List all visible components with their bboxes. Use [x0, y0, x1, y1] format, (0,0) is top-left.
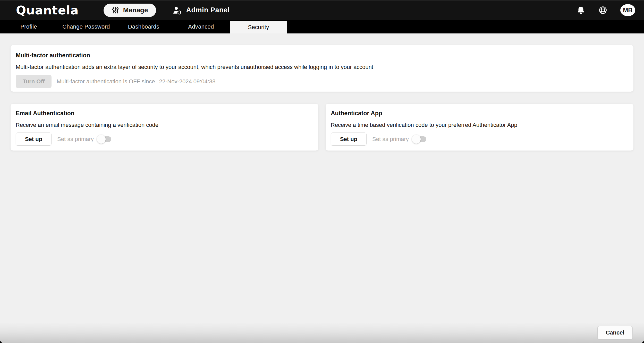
bell-icon: [576, 6, 586, 15]
email-auth-title: Email Authentication: [16, 110, 313, 117]
tab-security-label: Security: [248, 24, 269, 31]
tab-advanced-label: Advanced: [188, 23, 214, 30]
email-auth-description: Receive an email message containing a ve…: [16, 122, 313, 128]
avatar-initials: MB: [623, 7, 632, 14]
tab-change-password[interactable]: Change Password: [57, 20, 115, 33]
email-primary-toggle[interactable]: [97, 136, 111, 142]
authenticator-app-description: Receive a time based verification code t…: [331, 122, 628, 128]
security-settings-page: Multi-factor authentication Multi-factor…: [0, 33, 644, 343]
top-bar: Quantela Manage: [0, 0, 644, 20]
authenticator-app-title: Authenticator App: [331, 110, 628, 117]
tab-dashboards[interactable]: Dashboards: [115, 20, 172, 33]
tab-profile[interactable]: Profile: [0, 20, 57, 33]
email-authentication-card: Email Authentication Receive an email me…: [11, 104, 318, 151]
tab-dashboards-label: Dashboards: [128, 23, 159, 30]
authenticator-app-actions: Set up Set as primary: [331, 133, 628, 146]
auth-methods-row: Email Authentication Receive an email me…: [11, 104, 633, 151]
settings-tab-bar: Profile Change Password Dashboards Advan…: [0, 20, 644, 33]
toggle-knob: [97, 135, 106, 144]
tab-security[interactable]: Security: [230, 21, 287, 33]
globe-icon: [598, 6, 607, 15]
mfa-action-row: Turn Off Multi-factor authentication is …: [16, 75, 628, 88]
cancel-button[interactable]: Cancel: [597, 326, 633, 339]
user-shield-icon: [173, 6, 181, 15]
user-avatar[interactable]: MB: [620, 4, 635, 16]
app-window: Quantela Manage: [0, 0, 644, 343]
mfa-status-text: Multi-factor authentication is OFF since: [57, 78, 155, 85]
authenticator-app-card: Authenticator App Receive a time based v…: [326, 104, 633, 151]
tab-advanced[interactable]: Advanced: [172, 20, 230, 33]
mfa-card-description: Multi-factor authentication adds an extr…: [16, 64, 628, 71]
email-auth-actions: Set up Set as primary: [16, 133, 313, 146]
mfa-card: Multi-factor authentication Multi-factor…: [11, 45, 633, 92]
authenticator-primary-label: Set as primary: [372, 136, 409, 143]
turn-off-button[interactable]: Turn Off: [16, 75, 52, 88]
email-setup-button[interactable]: Set up: [16, 133, 52, 146]
mfa-status: Multi-factor authentication is OFF since…: [57, 78, 215, 85]
email-primary-label: Set as primary: [57, 136, 94, 143]
toggle-knob: [412, 135, 421, 144]
mfa-card-title: Multi-factor authentication: [16, 52, 628, 59]
bottom-action-bar: Cancel: [0, 322, 644, 343]
authenticator-primary-toggle[interactable]: [412, 136, 426, 142]
admin-panel-button[interactable]: Admin Panel: [171, 6, 231, 15]
admin-panel-label: Admin Panel: [186, 6, 230, 14]
language-button[interactable]: [598, 6, 607, 15]
tab-profile-label: Profile: [20, 23, 37, 30]
quantela-logo: Quantela: [16, 3, 79, 17]
sliders-icon: [112, 7, 119, 14]
top-right-actions: MB: [576, 4, 635, 16]
manage-button[interactable]: Manage: [104, 4, 156, 17]
mfa-status-timestamp: 22-Nov-2024 09:04:38: [159, 78, 215, 85]
authenticator-setup-button[interactable]: Set up: [331, 133, 367, 146]
tab-change-password-label: Change Password: [62, 23, 110, 30]
notifications-button[interactable]: [576, 6, 586, 15]
manage-button-label: Manage: [123, 6, 148, 14]
